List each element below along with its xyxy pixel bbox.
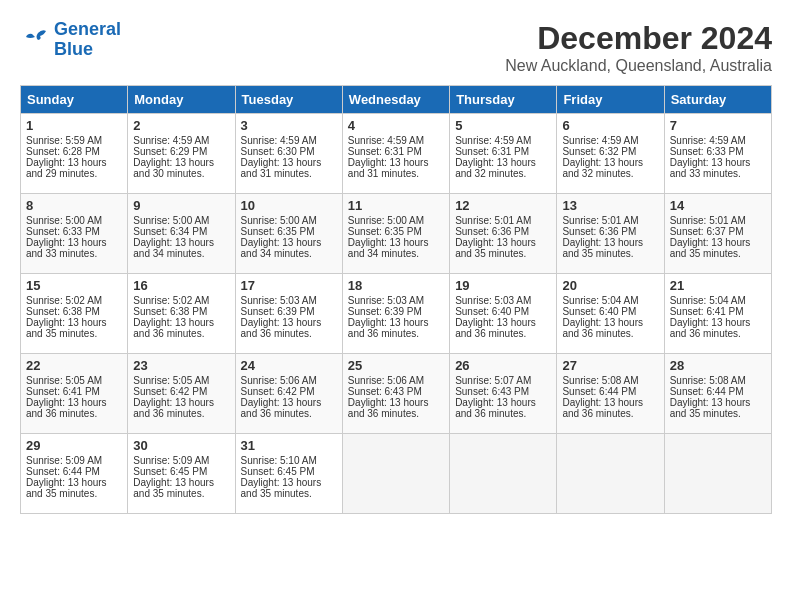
day-number: 16 — [133, 278, 229, 293]
daylight-text: Daylight: 13 hours and 34 minutes. — [241, 237, 322, 259]
day-number: 5 — [455, 118, 551, 133]
sunset-text: Sunset: 6:45 PM — [133, 466, 207, 477]
sunrise-text: Sunrise: 5:09 AM — [26, 455, 102, 466]
day-number: 26 — [455, 358, 551, 373]
sunset-text: Sunset: 6:41 PM — [670, 306, 744, 317]
sunrise-text: Sunrise: 5:05 AM — [26, 375, 102, 386]
calendar-cell: 30Sunrise: 5:09 AMSunset: 6:45 PMDayligh… — [128, 434, 235, 514]
sunset-text: Sunset: 6:36 PM — [455, 226, 529, 237]
sunset-text: Sunset: 6:44 PM — [562, 386, 636, 397]
calendar-week-1: 1Sunrise: 5:59 AMSunset: 6:28 PMDaylight… — [21, 114, 772, 194]
sunset-text: Sunset: 6:29 PM — [133, 146, 207, 157]
column-header-monday: Monday — [128, 86, 235, 114]
day-number: 11 — [348, 198, 444, 213]
column-header-saturday: Saturday — [664, 86, 771, 114]
daylight-text: Daylight: 13 hours and 30 minutes. — [133, 157, 214, 179]
sunrise-text: Sunrise: 5:59 AM — [26, 135, 102, 146]
daylight-text: Daylight: 13 hours and 31 minutes. — [348, 157, 429, 179]
column-header-wednesday: Wednesday — [342, 86, 449, 114]
calendar-cell: 1Sunrise: 5:59 AMSunset: 6:28 PMDaylight… — [21, 114, 128, 194]
sunset-text: Sunset: 6:42 PM — [133, 386, 207, 397]
sunrise-text: Sunrise: 5:01 AM — [670, 215, 746, 226]
sunrise-text: Sunrise: 4:59 AM — [133, 135, 209, 146]
calendar-cell: 19Sunrise: 5:03 AMSunset: 6:40 PMDayligh… — [450, 274, 557, 354]
day-number: 22 — [26, 358, 122, 373]
sunset-text: Sunset: 6:36 PM — [562, 226, 636, 237]
day-number: 1 — [26, 118, 122, 133]
sunrise-text: Sunrise: 4:59 AM — [562, 135, 638, 146]
sunset-text: Sunset: 6:37 PM — [670, 226, 744, 237]
calendar-cell: 20Sunrise: 5:04 AMSunset: 6:40 PMDayligh… — [557, 274, 664, 354]
logo-icon — [20, 25, 50, 55]
sunrise-text: Sunrise: 5:00 AM — [348, 215, 424, 226]
sunset-text: Sunset: 6:38 PM — [26, 306, 100, 317]
calendar-cell: 14Sunrise: 5:01 AMSunset: 6:37 PMDayligh… — [664, 194, 771, 274]
calendar-week-5: 29Sunrise: 5:09 AMSunset: 6:44 PMDayligh… — [21, 434, 772, 514]
calendar-cell: 11Sunrise: 5:00 AMSunset: 6:35 PMDayligh… — [342, 194, 449, 274]
sunrise-text: Sunrise: 4:59 AM — [670, 135, 746, 146]
sunset-text: Sunset: 6:33 PM — [26, 226, 100, 237]
calendar-cell: 12Sunrise: 5:01 AMSunset: 6:36 PMDayligh… — [450, 194, 557, 274]
day-number: 18 — [348, 278, 444, 293]
day-number: 12 — [455, 198, 551, 213]
day-number: 2 — [133, 118, 229, 133]
day-number: 25 — [348, 358, 444, 373]
calendar-cell: 3Sunrise: 4:59 AMSunset: 6:30 PMDaylight… — [235, 114, 342, 194]
daylight-text: Daylight: 13 hours and 36 minutes. — [133, 317, 214, 339]
sunrise-text: Sunrise: 5:06 AM — [241, 375, 317, 386]
daylight-text: Daylight: 13 hours and 36 minutes. — [26, 397, 107, 419]
calendar-cell — [664, 434, 771, 514]
sunset-text: Sunset: 6:28 PM — [26, 146, 100, 157]
daylight-text: Daylight: 13 hours and 36 minutes. — [455, 317, 536, 339]
daylight-text: Daylight: 13 hours and 35 minutes. — [670, 397, 751, 419]
day-number: 15 — [26, 278, 122, 293]
day-number: 6 — [562, 118, 658, 133]
calendar-cell: 10Sunrise: 5:00 AMSunset: 6:35 PMDayligh… — [235, 194, 342, 274]
daylight-text: Daylight: 13 hours and 36 minutes. — [133, 397, 214, 419]
sunrise-text: Sunrise: 5:08 AM — [670, 375, 746, 386]
calendar-week-4: 22Sunrise: 5:05 AMSunset: 6:41 PMDayligh… — [21, 354, 772, 434]
daylight-text: Daylight: 13 hours and 36 minutes. — [348, 397, 429, 419]
calendar-week-2: 8Sunrise: 5:00 AMSunset: 6:33 PMDaylight… — [21, 194, 772, 274]
day-number: 24 — [241, 358, 337, 373]
sunrise-text: Sunrise: 5:07 AM — [455, 375, 531, 386]
daylight-text: Daylight: 13 hours and 29 minutes. — [26, 157, 107, 179]
calendar-cell: 6Sunrise: 4:59 AMSunset: 6:32 PMDaylight… — [557, 114, 664, 194]
day-number: 30 — [133, 438, 229, 453]
day-number: 9 — [133, 198, 229, 213]
calendar-cell: 26Sunrise: 5:07 AMSunset: 6:43 PMDayligh… — [450, 354, 557, 434]
daylight-text: Daylight: 13 hours and 35 minutes. — [670, 237, 751, 259]
sunrise-text: Sunrise: 5:02 AM — [133, 295, 209, 306]
daylight-text: Daylight: 13 hours and 36 minutes. — [562, 397, 643, 419]
sunset-text: Sunset: 6:43 PM — [455, 386, 529, 397]
daylight-text: Daylight: 13 hours and 35 minutes. — [133, 477, 214, 499]
sunset-text: Sunset: 6:32 PM — [562, 146, 636, 157]
daylight-text: Daylight: 13 hours and 35 minutes. — [26, 477, 107, 499]
sunrise-text: Sunrise: 5:03 AM — [455, 295, 531, 306]
sunrise-text: Sunrise: 4:59 AM — [455, 135, 531, 146]
calendar-cell: 17Sunrise: 5:03 AMSunset: 6:39 PMDayligh… — [235, 274, 342, 354]
calendar-cell: 18Sunrise: 5:03 AMSunset: 6:39 PMDayligh… — [342, 274, 449, 354]
day-number: 7 — [670, 118, 766, 133]
calendar-cell: 5Sunrise: 4:59 AMSunset: 6:31 PMDaylight… — [450, 114, 557, 194]
daylight-text: Daylight: 13 hours and 36 minutes. — [455, 397, 536, 419]
day-number: 19 — [455, 278, 551, 293]
day-number: 31 — [241, 438, 337, 453]
calendar-cell — [450, 434, 557, 514]
column-header-thursday: Thursday — [450, 86, 557, 114]
sunset-text: Sunset: 6:43 PM — [348, 386, 422, 397]
daylight-text: Daylight: 13 hours and 35 minutes. — [241, 477, 322, 499]
calendar-cell: 25Sunrise: 5:06 AMSunset: 6:43 PMDayligh… — [342, 354, 449, 434]
daylight-text: Daylight: 13 hours and 31 minutes. — [241, 157, 322, 179]
title-section: December 2024 New Auckland, Queensland, … — [505, 20, 772, 75]
sunset-text: Sunset: 6:30 PM — [241, 146, 315, 157]
calendar-cell: 9Sunrise: 5:00 AMSunset: 6:34 PMDaylight… — [128, 194, 235, 274]
calendar-cell: 28Sunrise: 5:08 AMSunset: 6:44 PMDayligh… — [664, 354, 771, 434]
calendar-cell: 29Sunrise: 5:09 AMSunset: 6:44 PMDayligh… — [21, 434, 128, 514]
calendar-cell: 13Sunrise: 5:01 AMSunset: 6:36 PMDayligh… — [557, 194, 664, 274]
column-header-friday: Friday — [557, 86, 664, 114]
calendar-cell: 4Sunrise: 4:59 AMSunset: 6:31 PMDaylight… — [342, 114, 449, 194]
sunrise-text: Sunrise: 5:02 AM — [26, 295, 102, 306]
sunset-text: Sunset: 6:35 PM — [241, 226, 315, 237]
sunset-text: Sunset: 6:38 PM — [133, 306, 207, 317]
